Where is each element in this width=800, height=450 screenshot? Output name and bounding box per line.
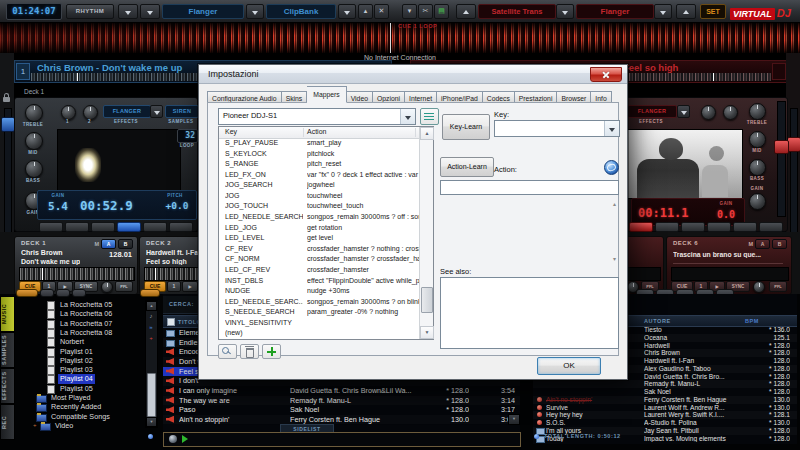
lock-icon[interactable] (3, 97, 10, 102)
action-input[interactable] (440, 180, 619, 195)
pitch-fader[interactable] (777, 101, 786, 217)
fx-knob-1[interactable] (701, 105, 716, 120)
mapping-row[interactable]: LED_FX_ONvar "fx" 0 ? deck 1 effect acti… (219, 170, 420, 181)
up-arrow-icon[interactable] (676, 4, 696, 19)
sidebar-tab-rec[interactable]: REC (0, 404, 15, 440)
mapping-row[interactable]: CF_NORMcrossfader_hamster ? crossfader_h… (219, 254, 420, 265)
hotcue-button[interactable] (39, 222, 63, 232)
help-globe-icon[interactable] (604, 160, 619, 175)
dropdown-arrow-icon[interactable] (654, 4, 672, 19)
select-column-icon[interactable] (167, 318, 175, 326)
automix-row[interactable]: Hey hey heyLaurent Wery ft. Swift K.I...… (533, 411, 797, 419)
controller-select[interactable]: Pioneer DDJ-S1 (218, 108, 416, 125)
assign-a-button[interactable]: A (101, 239, 116, 249)
browser-toolbar-button[interactable] (40, 289, 54, 297)
track-row[interactable]: PasoSak Noel* 128.03:17 (163, 405, 520, 415)
search-mapping-button[interactable] (218, 344, 237, 359)
clipbank-select[interactable]: ClipBank (266, 4, 336, 19)
mini-deck-1[interactable]: DECK 1 M A B Chris Brown Don't wake me u… (14, 236, 138, 295)
mid-knob[interactable] (25, 132, 43, 150)
mapping-row[interactable]: INST_DBLSeffect "FlippinDouble" active w… (219, 276, 420, 287)
scroll-up-icon[interactable]: ▴ (613, 200, 616, 207)
volume-fader-right[interactable] (790, 108, 798, 240)
scroll-thumb[interactable] (421, 287, 433, 313)
stutter-button[interactable]: 1 (167, 281, 181, 292)
panel-icon[interactable]: ▾ (402, 4, 417, 19)
browser-toolbar-button[interactable] (140, 289, 160, 297)
dropdown-arrow-icon[interactable] (604, 121, 619, 136)
key-combo[interactable] (494, 120, 620, 137)
sidebar-tab-music[interactable]: MUSIC (0, 296, 15, 332)
pitch-fader-handle[interactable] (774, 140, 789, 154)
hotcue-button-active[interactable] (117, 222, 141, 232)
dialog-tab-mappers[interactable]: Mappers (307, 86, 346, 103)
hotcue-button[interactable] (681, 222, 705, 232)
automix-row[interactable]: Sak Noel* 128.0 (533, 388, 797, 396)
automix-row[interactable]: Ain't no stoppin'Ferry Corsten ft. Ben H… (533, 396, 797, 404)
tree-item-norbert[interactable]: Norbert (14, 337, 144, 346)
expander-icon[interactable]: + (33, 421, 37, 430)
mapping-row[interactable]: LED_JOGget rotation (219, 223, 420, 234)
tree-item-playlist-01[interactable]: Playlist 01 (14, 347, 144, 356)
mini-deck-wave[interactable] (671, 267, 789, 281)
bpm-column-header[interactable]: BPM (745, 318, 759, 324)
mapping-row[interactable]: VINYL_SENSITIVITY (219, 318, 420, 329)
mini-gain-knob[interactable] (753, 281, 765, 293)
effect-select[interactable]: FLANGER (103, 105, 151, 118)
mapping-row[interactable]: CF_REVcrossfader_hamster ? nothing : cro… (219, 244, 420, 255)
browser-toolbar-button[interactable] (72, 289, 86, 297)
rhythm-button[interactable]: RHYTHM (66, 4, 114, 19)
tree-option-dot[interactable] (148, 434, 153, 439)
hotcue-button[interactable] (655, 222, 679, 232)
mid-knob[interactable] (749, 131, 766, 148)
automix-row[interactable]: Remady ft. Manu-L* 128.0 (533, 380, 797, 388)
tree-item-la-rocchetta-06[interactable]: La Rocchetta 06 (14, 309, 144, 318)
mapper-list-icon[interactable] (420, 108, 439, 125)
effect-select[interactable]: FLANGER (627, 105, 677, 118)
hotcue-button[interactable] (143, 222, 167, 232)
key-learn-button[interactable]: Key-Learn (442, 114, 490, 140)
assign-b-button[interactable]: B (118, 239, 133, 249)
hotcue-button-active[interactable] (629, 222, 653, 232)
tree-item-playlist-05[interactable]: Playlist 05 (14, 384, 144, 393)
sidebar-tab-effects[interactable]: EFFECTS (0, 368, 15, 404)
mapping-row[interactable]: S_PLAY_PAUSEsmart_play (219, 138, 420, 149)
key-column-header[interactable]: Key (225, 128, 237, 135)
pfl-button[interactable]: PFL (769, 281, 787, 292)
gain-knob[interactable] (749, 193, 766, 210)
tree-item-video[interactable]: +Video (14, 421, 144, 430)
see-also-listbox[interactable] (440, 277, 619, 349)
sampler-right-select[interactable]: Satellite Trans (478, 4, 556, 19)
up-arrow-icon[interactable] (456, 4, 476, 19)
set-button[interactable]: SET (700, 4, 726, 19)
treble-knob[interactable] (749, 103, 766, 120)
speaker-icon[interactable]: ♪ (146, 312, 156, 320)
tree-item-playlist-04[interactable]: Playlist 04 (14, 374, 144, 383)
ok-button[interactable]: OK (537, 357, 601, 375)
mapping-row[interactable]: LED_NEEDLE_SEARC...songpos_remain 30000m… (219, 297, 420, 308)
effect-left-select[interactable]: Flanger (162, 4, 244, 19)
crossfader-icon[interactable]: ✕ (374, 4, 389, 19)
hotcue-button[interactable] (65, 222, 89, 232)
dropdown-arrow-icon[interactable] (556, 4, 574, 19)
browser-toolbar-button[interactable] (56, 289, 70, 297)
fx-knob-1[interactable] (61, 105, 76, 120)
mapping-row[interactable]: S_KEYLOCKpitchlock (219, 149, 420, 160)
tree-scroll-thumb[interactable] (147, 373, 156, 417)
mapping-row[interactable]: JOGtouchwheel (219, 191, 420, 202)
scroll-up-icon[interactable]: ▲ (146, 301, 157, 311)
autore-column-header[interactable]: AUTORE (644, 318, 671, 324)
mapping-row[interactable]: (new) (219, 328, 420, 339)
sample-select[interactable]: SIREN (165, 105, 199, 118)
mapping-row[interactable]: LED_NEEDLE_SEARCHsongpos_remain 30000ms … (219, 212, 420, 223)
action-learn-button[interactable]: Action-Learn (440, 157, 494, 177)
dropdown-arrow-icon[interactable] (150, 105, 163, 118)
track-row[interactable]: I can only imagineDavid Guetta ft. Chris… (163, 386, 520, 396)
dropdown-arrow-icon[interactable] (338, 4, 356, 19)
tree-item-playlist-02[interactable]: Playlist 02 (14, 356, 144, 365)
mapping-row[interactable]: NUDGEnudge +30ms (219, 286, 420, 297)
track-row[interactable]: The way we areRemady ft. Manu-L* 128.03:… (163, 396, 520, 406)
tree-item-la-rocchetta-07[interactable]: La Rocchetta 07 (14, 319, 144, 328)
bass-knob[interactable] (25, 160, 43, 178)
fx-knob-2[interactable] (723, 105, 738, 120)
